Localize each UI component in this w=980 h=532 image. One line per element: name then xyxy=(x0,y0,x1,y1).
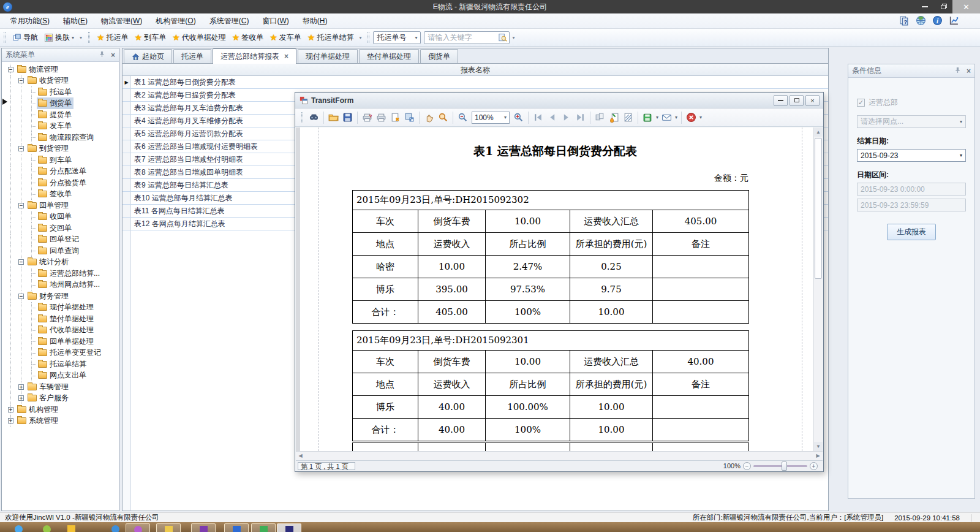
scroll-up-icon[interactable]: ▲ xyxy=(814,127,823,137)
collapse-toggle-icon[interactable]: − xyxy=(18,294,24,299)
minimize-button[interactable] xyxy=(774,95,788,106)
dropdown-arrow-icon[interactable]: ▾ xyxy=(699,115,702,120)
scroll-left-icon[interactable]: ◀ xyxy=(296,452,305,460)
taskbar-app-5[interactable] xyxy=(126,523,150,532)
last-page-icon[interactable] xyxy=(573,111,587,124)
tree-item[interactable]: 回单单据处理 xyxy=(2,336,119,348)
taskbar-app-6[interactable] xyxy=(156,523,181,532)
taskbar-app-7[interactable] xyxy=(191,523,216,532)
tab-现付单据处理[interactable]: 现付单据处理 xyxy=(298,49,358,63)
save-icon[interactable] xyxy=(341,111,355,124)
menu-item[interactable]: 物流管理(W) xyxy=(94,14,149,28)
tab-倒货单[interactable]: 倒货单 xyxy=(420,49,458,63)
tree-item[interactable]: 回单查询 xyxy=(2,245,119,257)
collapse-toggle-icon[interactable]: − xyxy=(18,203,24,208)
tree-item[interactable]: −财务管理 xyxy=(2,291,119,302)
favorite-button[interactable]: ★签收单 xyxy=(229,31,267,45)
tree-item[interactable]: 倒货单 xyxy=(2,98,119,110)
email-icon[interactable] xyxy=(660,111,674,124)
menu-item[interactable]: 窗口(W) xyxy=(255,14,295,28)
menu-item[interactable]: 机构管理(O) xyxy=(149,14,202,28)
tab-托运单[interactable]: 托运单 xyxy=(173,49,211,63)
zoom-out-icon[interactable]: − xyxy=(743,462,751,470)
report-list-row[interactable]: ▶表1 运营总部每日倒货费分配表 xyxy=(123,76,828,89)
pin-icon[interactable] xyxy=(98,50,106,60)
first-page-icon[interactable] xyxy=(531,111,545,124)
tree-item[interactable]: 网点支出单 xyxy=(2,370,119,382)
site-select[interactable]: 请选择网点... ▾ xyxy=(857,115,966,128)
search-input[interactable] xyxy=(424,32,498,43)
tree-item[interactable]: 签收单 xyxy=(2,189,119,200)
open-icon[interactable] xyxy=(326,111,341,124)
toolbar-grip[interactable] xyxy=(368,32,369,43)
help-doc-icon[interactable]: ? xyxy=(899,15,910,26)
zoom-level-combo[interactable]: 100%▾ xyxy=(472,112,510,124)
export-window-icon[interactable] xyxy=(402,111,417,124)
range-end-input[interactable]: 2015-09-23 23:59:59 xyxy=(857,199,966,211)
collapse-toggle-icon[interactable]: − xyxy=(18,146,24,151)
tab-起始页[interactable]: 起始页 xyxy=(124,49,172,63)
dropdown-arrow-icon[interactable]: ▾ xyxy=(675,115,677,120)
toolbar-overflow-button[interactable]: ▾ xyxy=(77,35,85,40)
navigate-button[interactable]: 导航 xyxy=(9,31,41,45)
expand-toggle-icon[interactable]: + xyxy=(18,395,24,401)
tab-垫付单据处理[interactable]: 垫付单据处理 xyxy=(359,49,419,63)
tree-item[interactable]: 垫付单据处理 xyxy=(2,313,119,325)
scroll-right-icon[interactable]: ▶ xyxy=(813,452,823,460)
taskbar-app-8[interactable] xyxy=(224,523,249,532)
page-settings-icon[interactable] xyxy=(388,111,402,124)
tree-item[interactable]: 托运单 xyxy=(2,86,119,98)
collapse-toggle-icon[interactable]: − xyxy=(18,78,24,83)
taskbar-app-1[interactable] xyxy=(6,523,31,532)
expand-toggle-icon[interactable]: + xyxy=(8,418,13,424)
watermark-icon[interactable] xyxy=(621,111,635,124)
tab-运营总部结算报表[interactable]: 运营总部结算报表× xyxy=(213,48,296,64)
zoom-tool-icon[interactable] xyxy=(436,111,450,124)
tree-item[interactable]: +系统管理 xyxy=(2,416,119,427)
next-page-icon[interactable] xyxy=(559,111,573,124)
print-setup-icon[interactable]: ? xyxy=(360,111,374,124)
tree-item[interactable]: −物流管理 xyxy=(2,64,119,75)
tree-item[interactable]: 托运单变更登记 xyxy=(2,348,119,359)
favorite-button[interactable]: ★发车单 xyxy=(266,31,304,45)
taskbar-app-3[interactable] xyxy=(59,523,83,532)
tab-close-icon[interactable]: × xyxy=(284,52,288,61)
toolbar-grip[interactable] xyxy=(88,32,90,43)
hq-checkbox[interactable]: ✓ xyxy=(857,99,865,107)
transit-form-titlebar[interactable]: TransitForm × xyxy=(295,93,823,108)
close-button[interactable]: ✕ xyxy=(952,0,980,13)
tree-item[interactable]: 物流跟踪查询 xyxy=(2,132,119,143)
zoom-out-icon[interactable] xyxy=(456,111,470,124)
tree-item[interactable]: 分点配送单 xyxy=(2,166,119,178)
tree-item[interactable]: −到货管理 xyxy=(2,143,119,155)
favorite-button[interactable]: ★代收单据处理 xyxy=(169,31,229,45)
tree-item[interactable]: −统计分析 xyxy=(2,257,119,268)
zoom-slider[interactable] xyxy=(753,465,807,467)
favorite-button[interactable]: ★托运单结算 xyxy=(304,31,357,45)
favorite-button[interactable]: ★托运单 xyxy=(94,31,132,45)
tree-item[interactable]: 代收单据处理 xyxy=(2,325,119,336)
close-button[interactable]: × xyxy=(805,95,820,106)
tree-item[interactable]: 交回单 xyxy=(2,222,119,234)
tree-item[interactable]: +车辆管理 xyxy=(2,381,119,393)
expand-toggle-icon[interactable]: + xyxy=(18,384,24,390)
taskbar-app-9[interactable] xyxy=(251,523,276,532)
search-icon[interactable] xyxy=(498,33,507,42)
tree-item[interactable]: 托运单结算 xyxy=(2,359,119,370)
scroll-down-icon[interactable]: ▼ xyxy=(814,442,823,451)
tree-item[interactable]: +客户服务 xyxy=(2,393,119,405)
toolbar-overflow-button[interactable]: ▾ xyxy=(510,35,517,40)
tree-item[interactable]: 到车单 xyxy=(2,154,119,166)
pin-icon[interactable] xyxy=(954,66,962,76)
menu-item[interactable]: 常用功能(S) xyxy=(4,14,56,28)
generate-report-button[interactable]: 生成报表 xyxy=(887,224,936,240)
close-report-icon[interactable] xyxy=(684,111,698,124)
search-type-combo[interactable]: 托运单号 ▾ xyxy=(373,31,421,44)
collapse-toggle-icon[interactable]: − xyxy=(18,259,24,265)
globe-icon[interactable] xyxy=(916,15,926,26)
dropdown-arrow-icon[interactable]: ▾ xyxy=(656,115,658,120)
tree-item[interactable]: 收回单 xyxy=(2,211,119,223)
pan-hand-icon[interactable] xyxy=(422,111,436,124)
tree-item[interactable]: 提货单 xyxy=(2,109,119,121)
export-save-icon[interactable] xyxy=(641,111,655,124)
